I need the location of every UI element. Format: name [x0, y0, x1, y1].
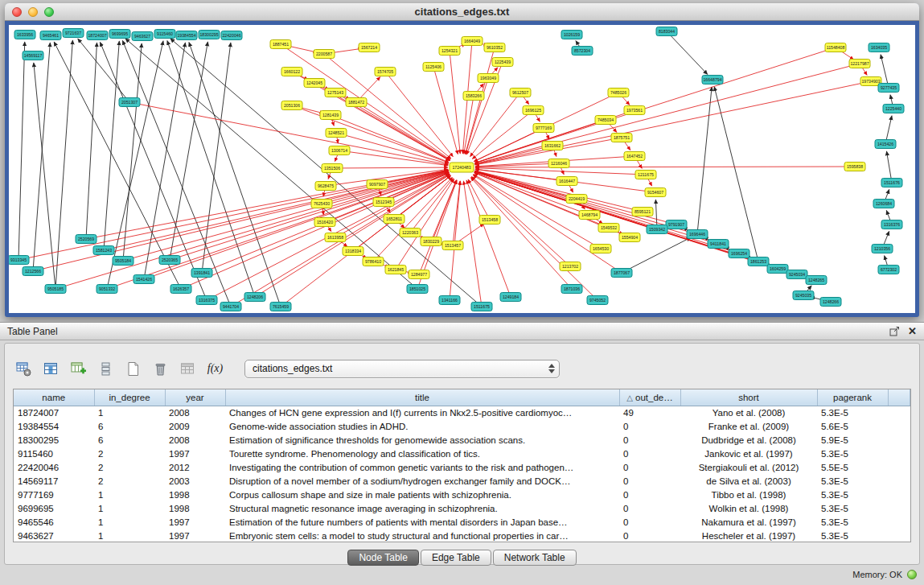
table-cell[interactable]: 5.9E-5 [817, 433, 888, 447]
table-cell[interactable]: Hescheler et al. (1997) [680, 529, 817, 542]
graph-node[interactable]: 9245035 [793, 291, 814, 300]
column-header-year[interactable]: year [165, 389, 225, 406]
graph-node[interactable]: 1513457 [442, 241, 463, 250]
table-cell[interactable]: Tourette syndrome. Phenomenology and cla… [225, 447, 619, 460]
table-cell[interactable]: 1 [94, 488, 165, 501]
graph-node[interactable]: 9745052 [587, 296, 608, 305]
graph-node[interactable]: 1216046 [548, 159, 569, 168]
graph-node[interactable]: 9051332 [97, 285, 117, 294]
table-row[interactable]: 977716911998Corpus callosum shape and si… [14, 488, 910, 501]
graph-node[interactable]: 9245034 [786, 270, 807, 279]
graph-node[interactable]: 1513458 [479, 216, 500, 225]
table-cell[interactable]: 5.3E-5 [817, 474, 888, 488]
table-cell[interactable]: 2 [94, 447, 165, 460]
graph-node[interactable]: 1963049 [478, 74, 499, 83]
graph-node[interactable]: 9465461 [40, 31, 61, 40]
table-cell[interactable]: Disruption of a novel member of a sodium… [225, 474, 619, 488]
table-cell[interactable]: 18300295 [14, 433, 94, 447]
graph-node[interactable]: 1581243 [93, 246, 114, 255]
table-cell[interactable]: 0 [619, 515, 680, 529]
table-cell[interactable]: 9465546 [14, 515, 94, 529]
column-header-short[interactable]: short [680, 389, 817, 406]
tab-edge-table[interactable]: Edge Table [421, 550, 491, 566]
graph-node[interactable]: 1254321 [439, 47, 460, 56]
graph-node[interactable]: 1026159 [561, 31, 582, 39]
table-cell[interactable]: Changes of HCN gene expression and I(f) … [225, 406, 619, 419]
table-cell[interactable]: 1997 [165, 515, 225, 529]
table-cell[interactable]: 6 [94, 419, 165, 433]
graph-node[interactable]: 2204419 [566, 195, 587, 204]
table-cell[interactable]: 9699695 [14, 501, 94, 515]
graph-node[interactable]: 1877067 [611, 269, 632, 278]
table-cell[interactable]: 1997 [165, 529, 225, 542]
graph-node[interactable]: 1316376 [881, 220, 902, 229]
graph-node[interactable]: 9505185 [45, 285, 66, 294]
graph-node[interactable]: 1248266 [820, 298, 841, 307]
table-cell[interactable] [888, 447, 910, 460]
graph-node[interactable]: 1621845 [385, 266, 406, 274]
column-header-name[interactable]: name [14, 389, 94, 406]
graph-node[interactable]: 1633956 [14, 31, 35, 39]
table-cell[interactable]: 0 [619, 474, 680, 488]
table-cell[interactable]: 5.6E-5 [817, 419, 888, 433]
table-cell[interactable]: 1 [94, 515, 165, 529]
graph-node[interactable]: 9441704 [220, 303, 241, 311]
graph-node[interactable]: 9505184 [113, 257, 133, 266]
graph-node[interactable]: 2200587 [314, 50, 335, 59]
graph-node[interactable]: 1887451 [270, 40, 291, 49]
graph-node[interactable]: 1316375 [196, 296, 217, 305]
table-cell[interactable]: 9463627 [14, 529, 94, 542]
table-cell[interactable]: 2012 [165, 460, 225, 474]
table-cell[interactable]: Dudbridge et al. (2008) [680, 433, 817, 447]
graph-node[interactable]: 9277435 [878, 84, 899, 93]
graph-node[interactable]: 1696446 [687, 230, 708, 239]
table-cell[interactable] [888, 419, 910, 433]
graph-node[interactable]: 1616447 [556, 177, 577, 186]
graph-node[interactable]: 1541426 [133, 275, 154, 284]
table-cell[interactable]: 1997 [165, 447, 225, 460]
graph-node[interactable]: 18724007 [87, 31, 108, 40]
graph-node[interactable]: 1696125 [523, 106, 544, 115]
graph-node[interactable]: 22420046 [221, 31, 242, 40]
graph-node[interactable]: 2520569 [76, 235, 97, 244]
graph-node[interactable]: 1626357 [170, 285, 191, 294]
table-cell[interactable]: Estimation of the future numbers of pati… [225, 515, 619, 529]
table-cell[interactable]: 9115460 [14, 447, 94, 460]
graph-node[interactable]: 1225439 [492, 58, 513, 67]
zoom-window-button[interactable] [44, 7, 54, 17]
graph-node[interactable]: 7485026 [608, 89, 629, 97]
graph-node[interactable]: 1318334 [343, 247, 363, 256]
graph-node[interactable]: 1574705 [375, 68, 396, 76]
table-cell[interactable]: Franke et al. (2009) [680, 419, 817, 433]
close-panel-icon[interactable]: ✕ [908, 327, 917, 336]
table-cell[interactable]: 22420046 [14, 460, 94, 474]
table-cell[interactable]: 5.5E-5 [817, 460, 888, 474]
table-cell[interactable]: 0 [619, 433, 680, 447]
graph-node[interactable]: 1351506 [322, 164, 343, 173]
graph-node[interactable]: 1220363 [400, 229, 421, 237]
graph-node[interactable]: 1973561 [624, 106, 645, 115]
graph-node[interactable]: 9610352 [484, 43, 505, 52]
table-cell[interactable]: 2 [94, 474, 165, 488]
table-cell[interactable]: 0 [619, 419, 680, 433]
graph-node[interactable]: 1415426 [875, 140, 896, 149]
graph-node[interactable]: 1248521 [326, 129, 347, 138]
graph-node[interactable]: 19384554 [176, 31, 197, 40]
graph-node[interactable]: 1567214 [359, 43, 380, 52]
graph-node[interactable]: 9777169 [533, 124, 554, 133]
graph-node[interactable]: 1664049 [462, 37, 483, 46]
graph-node[interactable]: 7615459 [270, 303, 291, 311]
minimize-window-button[interactable] [28, 7, 38, 17]
table-mode-button[interactable] [13, 358, 35, 380]
graph-node[interactable]: 1341166 [439, 296, 460, 305]
graph-node[interactable]: 6772302 [878, 266, 899, 274]
table-selector-dropdown[interactable]: citations_edges.txt [244, 360, 560, 378]
row-options-button[interactable] [95, 358, 117, 380]
graph-node[interactable]: 1851025 [407, 285, 428, 294]
table-cell[interactable]: Stergiakouli et al. (2012) [680, 460, 817, 474]
graph-node[interactable]: 1871036 [561, 285, 582, 294]
table-cell[interactable]: Structural magnetic resonance image aver… [225, 501, 619, 515]
graph-node[interactable]: 9721637 [63, 29, 84, 38]
graph-node[interactable]: 1511675 [471, 303, 492, 311]
graph-node[interactable]: 1554904 [619, 233, 640, 242]
